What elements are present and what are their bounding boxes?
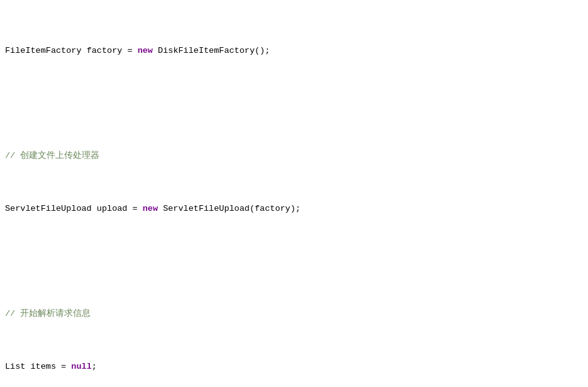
code-line-6: // 开始解析请求信息 xyxy=(0,308,588,321)
code-line-2 xyxy=(0,97,588,110)
code-line-3: // 创建文件上传处理器 xyxy=(0,150,588,163)
code-line-7: List items = null; xyxy=(0,361,588,374)
code-line-4: ServletFileUpload upload = new ServletFi… xyxy=(0,203,588,216)
code-line-5 xyxy=(0,255,588,269)
code-editor: FileItemFactory factory = new DiskFileIt… xyxy=(0,0,588,387)
code-line-1: FileItemFactory factory = new DiskFileIt… xyxy=(0,45,588,58)
